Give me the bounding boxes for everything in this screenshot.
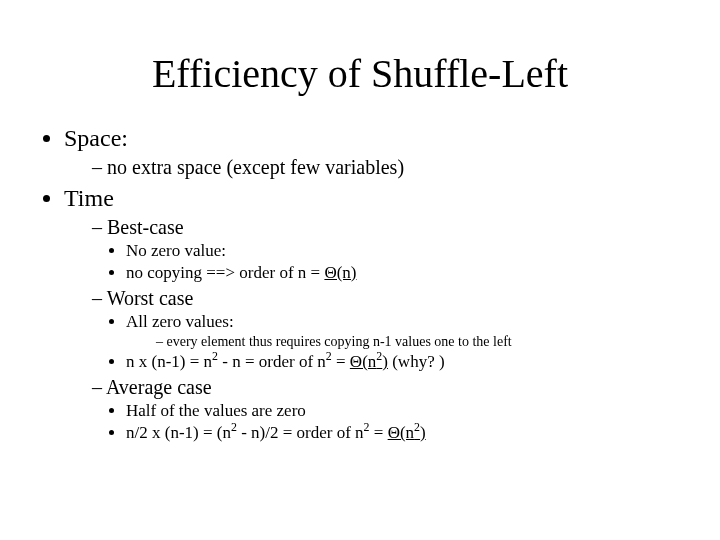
space-sub1: no extra space (except few variables) [92,156,680,179]
best-case-theta: Θ(n) [324,263,356,282]
best-case-p1: No zero value: [126,241,680,261]
avg-p2c: = [370,423,388,442]
worst-case-p1a-text: every element thus requires copying n-1 … [167,334,512,349]
avg-p1: Half of the values are zero [126,401,680,421]
worst-case-p1a: every element thus requires copying n-1 … [156,334,680,350]
worst-case-p1: All zero values: every element thus requ… [126,312,680,350]
worst-p2b: - n = order of n [218,352,326,371]
avg-p2: n/2 x (n-1) = (n2 - n)/2 = order of n2 =… [126,423,680,443]
avg-p2e: ) [420,423,426,442]
worst-case-label: Worst case [107,287,194,309]
space-item: Space: no extra space (except few variab… [64,125,680,179]
avg-p2b: - n)/2 = order of n [237,423,364,442]
best-case-p2a: no copying ==> order of n = [126,263,324,282]
worst-p2a: n x (n-1) = n [126,352,212,371]
best-case-p2: no copying ==> order of n = Θ(n) [126,263,680,283]
space-sub1-text: no extra space (except few variables) [107,156,404,178]
bullet-list: Space: no extra space (except few variab… [40,125,680,443]
avg-label: Average case [106,376,212,398]
worst-p2d: Θ(n [350,352,376,371]
avg-p2a: n/2 x (n-1) = (n [126,423,231,442]
slide: Efficiency of Shuffle-Left Space: no ext… [0,0,720,540]
best-case: Best-case No zero value: no copying ==> … [92,216,680,283]
slide-title: Efficiency of Shuffle-Left [40,50,680,97]
time-item: Time Best-case No zero value: no copying… [64,185,680,443]
worst-case-p1-text: All zero values: [126,312,234,331]
worst-p2c: = [332,352,350,371]
avg-p2d: Θ(n [388,423,414,442]
time-label: Time [64,185,114,211]
space-label: Space: [64,125,128,151]
best-case-label: Best-case [107,216,184,238]
average-case: Average case Half of the values are zero… [92,376,680,443]
worst-p2f: (why? ) [388,352,445,371]
worst-case: Worst case All zero values: every elemen… [92,287,680,372]
worst-case-p2: n x (n-1) = n2 - n = order of n2 = Θ(n2)… [126,352,680,372]
best-case-p1-text: No zero value: [126,241,226,260]
avg-p1-text: Half of the values are zero [126,401,306,420]
